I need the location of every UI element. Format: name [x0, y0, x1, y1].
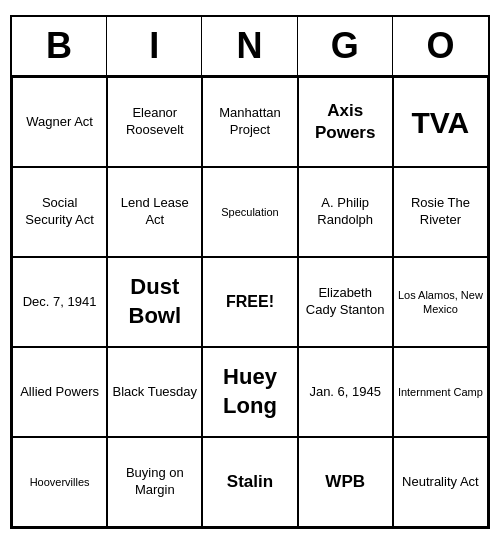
cell-16[interactable]: Black Tuesday [107, 347, 202, 437]
cell-10[interactable]: Dec. 7, 1941 [12, 257, 107, 347]
bingo-card: B I N G O Wagner Act Eleanor Roosevelt M… [10, 15, 490, 529]
cell-1[interactable]: Eleanor Roosevelt [107, 77, 202, 167]
cell-23[interactable]: WPB [298, 437, 393, 527]
cell-4[interactable]: TVA [393, 77, 488, 167]
header-g: G [298, 17, 393, 75]
header-i: I [107, 17, 202, 75]
cell-24[interactable]: Neutrality Act [393, 437, 488, 527]
cell-19[interactable]: Internment Camp [393, 347, 488, 437]
cell-13[interactable]: Elizabeth Cady Stanton [298, 257, 393, 347]
header-o: O [393, 17, 488, 75]
header-n: N [202, 17, 297, 75]
cell-18[interactable]: Jan. 6, 1945 [298, 347, 393, 437]
bingo-grid: Wagner Act Eleanor Roosevelt Manhattan P… [12, 77, 488, 527]
cell-15[interactable]: Allied Powers [12, 347, 107, 437]
cell-5[interactable]: Social Security Act [12, 167, 107, 257]
cell-21[interactable]: Buying on Margin [107, 437, 202, 527]
cell-0[interactable]: Wagner Act [12, 77, 107, 167]
cell-17[interactable]: Huey Long [202, 347, 297, 437]
cell-20[interactable]: Hoovervilles [12, 437, 107, 527]
cell-11[interactable]: Dust Bowl [107, 257, 202, 347]
bingo-header: B I N G O [12, 17, 488, 77]
cell-2[interactable]: Manhattan Project [202, 77, 297, 167]
cell-14[interactable]: Los Alamos, New Mexico [393, 257, 488, 347]
cell-12-free[interactable]: FREE! [202, 257, 297, 347]
cell-9[interactable]: Rosie The Riveter [393, 167, 488, 257]
cell-6[interactable]: Lend Lease Act [107, 167, 202, 257]
cell-8[interactable]: A. Philip Randolph [298, 167, 393, 257]
cell-22[interactable]: Stalin [202, 437, 297, 527]
cell-7[interactable]: Speculation [202, 167, 297, 257]
cell-3[interactable]: Axis Powers [298, 77, 393, 167]
header-b: B [12, 17, 107, 75]
